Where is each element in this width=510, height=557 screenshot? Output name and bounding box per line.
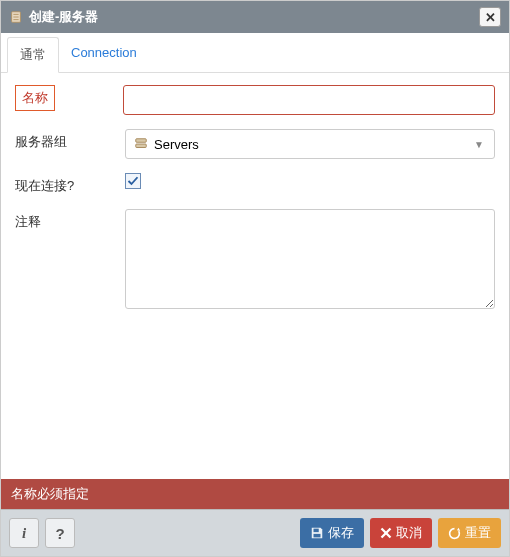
tab-connection[interactable]: Connection xyxy=(59,37,149,72)
error-bar: 名称必须指定 xyxy=(1,479,509,509)
cancel-button[interactable]: 取消 xyxy=(370,518,432,548)
info-icon: i xyxy=(22,525,26,542)
close-icon: ✕ xyxy=(485,10,496,25)
svg-rect-5 xyxy=(136,144,147,148)
server-group-select[interactable]: Servers ▼ xyxy=(125,129,495,159)
help-icon: ? xyxy=(55,525,64,542)
label-group: 服务器组 xyxy=(15,129,125,151)
reset-label: 重置 xyxy=(465,524,491,542)
close-button[interactable]: ✕ xyxy=(479,7,501,27)
save-button[interactable]: 保存 xyxy=(300,518,364,548)
row-group: 服务器组 Servers ▼ xyxy=(15,129,495,159)
row-name: 名称 xyxy=(15,85,495,115)
create-server-dialog: 创建-服务器 ✕ 通常 Connection 名称 服务器组 Servers xyxy=(0,0,510,557)
label-connect-now: 现在连接? xyxy=(15,173,125,195)
label-name: 名称 xyxy=(15,85,55,111)
info-button[interactable]: i xyxy=(9,518,39,548)
help-button[interactable]: ? xyxy=(45,518,75,548)
svg-rect-6 xyxy=(314,529,319,533)
save-label: 保存 xyxy=(328,524,354,542)
chevron-down-icon: ▼ xyxy=(474,139,484,150)
row-comment: 注释 xyxy=(15,209,495,312)
dialog-title: 创建-服务器 xyxy=(29,8,98,26)
save-icon xyxy=(310,526,324,540)
cancel-icon xyxy=(380,527,392,539)
tab-bar: 通常 Connection xyxy=(1,37,509,73)
reset-icon xyxy=(448,527,461,540)
reset-button[interactable]: 重置 xyxy=(438,518,501,548)
server-icon xyxy=(9,10,23,24)
check-icon xyxy=(127,175,139,187)
svg-rect-4 xyxy=(136,139,147,143)
comment-textarea[interactable] xyxy=(125,209,495,309)
label-comment: 注释 xyxy=(15,209,125,231)
name-input[interactable] xyxy=(123,85,495,115)
servers-icon xyxy=(134,137,148,151)
form-panel: 名称 服务器组 Servers ▼ 现在连接? xyxy=(1,73,509,479)
server-group-value: Servers xyxy=(154,137,199,152)
row-connect-now: 现在连接? xyxy=(15,173,495,195)
error-message: 名称必须指定 xyxy=(11,486,89,501)
titlebar: 创建-服务器 ✕ xyxy=(1,1,509,33)
cancel-label: 取消 xyxy=(396,524,422,542)
svg-rect-7 xyxy=(314,534,321,538)
connect-now-checkbox[interactable] xyxy=(125,173,141,189)
tab-general[interactable]: 通常 xyxy=(7,37,59,73)
svg-marker-10 xyxy=(457,527,460,530)
footer: i ? 保存 取消 重置 xyxy=(1,509,509,556)
